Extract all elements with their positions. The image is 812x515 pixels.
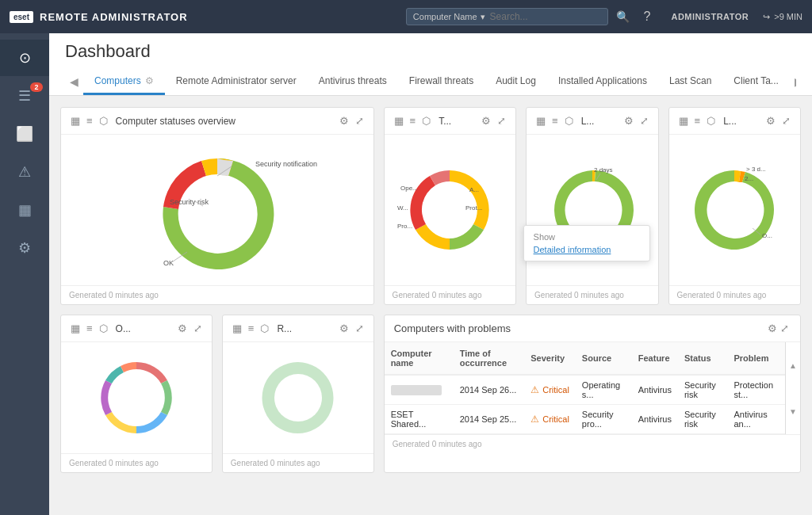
settings-icon-t1[interactable]: ⚙ [480, 114, 492, 128]
tab-remote-admin[interactable]: Remote Administrator server [165, 68, 308, 95]
sidebar-item-alerts[interactable]: ⚠ [0, 154, 49, 190]
widget-body-t3: > 3 d... 2... O... [669, 135, 800, 285]
svg-point-16 [712, 188, 756, 232]
notifications-badge: 2 [30, 82, 43, 92]
search-area: Computer Name ▾ [406, 8, 608, 25]
settings-icon-t3[interactable]: ⚙ [764, 114, 777, 128]
list-icon-t2[interactable]: ≡ [550, 114, 560, 128]
tab-scroll-left[interactable]: ◀ [65, 68, 83, 95]
cell-time: 2014 Sep 25... [454, 405, 524, 434]
data-icon-t2[interactable]: ⬡ [563, 114, 575, 128]
list-icon-b2[interactable]: ≡ [247, 322, 256, 335]
expand-icon-problems[interactable]: ⤢ [779, 322, 791, 335]
svg-text:Security notification: Security notification [255, 160, 317, 168]
sidebar-item-notifications[interactable]: ☰ 2 [0, 78, 49, 114]
col-problem: Problem [728, 342, 786, 375]
search-dropdown[interactable]: Computer Name ▾ [413, 12, 485, 22]
tab-gear-icon[interactable]: ⚙ [145, 75, 154, 86]
user-label: ADMINISTRATOR [665, 12, 755, 21]
tab-antivirus[interactable]: Antivirus threats [308, 68, 398, 95]
expand-icon-b1[interactable]: ⤢ [192, 322, 204, 335]
settings-icon-b1[interactable]: ⚙ [176, 322, 189, 335]
expand-icon-t1[interactable]: ⤢ [496, 114, 508, 128]
col-source: Source [576, 342, 632, 375]
widget-header-statuses: ▦ ≡ ⬡ Computer statuses overview ⚙ ⤢ [61, 108, 373, 135]
settings-icon[interactable]: ⚙ [338, 114, 350, 128]
table-row[interactable]: ESET Shared... 2014 Sep 25... ⚠ Critical [385, 405, 785, 434]
tab-computers[interactable]: Computers ⚙ [83, 68, 165, 95]
scroll-down-button[interactable]: ▼ [786, 388, 800, 434]
tab-installed[interactable]: Installed Applications [547, 68, 658, 95]
severity-badge: ⚠ Critical [530, 384, 569, 395]
expand-icon-t2[interactable]: ⤢ [638, 114, 650, 128]
bar-chart-icon-b2[interactable]: ▦ [231, 322, 243, 335]
data-icon-t1[interactable]: ⬡ [420, 114, 432, 128]
widget-threats2: ▦ ≡ ⬡ L... ⚙ ⤢ [526, 107, 658, 305]
list-icon-b1[interactable]: ≡ [85, 322, 94, 335]
reports-icon: ▦ [18, 201, 32, 219]
tab-lastscan[interactable]: Last Scan [658, 68, 722, 95]
widget-threats3: ▦ ≡ ⬡ L... ⚙ ⤢ [668, 107, 801, 305]
data-icon[interactable]: ⬡ [98, 114, 109, 128]
list-icon[interactable]: ≡ [85, 114, 94, 128]
bar-chart-icon-t3[interactable]: ▦ [677, 114, 690, 128]
tab-firewall[interactable]: Firewall threats [398, 68, 485, 95]
topbar: eset REMOTE ADMINISTRATOR Computer Name … [0, 0, 812, 33]
sidebar-item-dashboard[interactable]: ⊙ [0, 40, 49, 76]
widget-footer-statuses: Generated 0 minutes ago [61, 285, 373, 304]
bar-chart-icon-b1[interactable]: ▦ [69, 322, 82, 335]
list-icon-t1[interactable]: ≡ [408, 114, 418, 128]
widget-header-t2: ▦ ≡ ⬡ L... ⚙ ⤢ [527, 108, 657, 135]
dashboard-icon: ⊙ [19, 49, 31, 67]
cell-feature: Antivirus [632, 375, 678, 405]
sidebar-item-tools[interactable]: ⚙ [0, 230, 49, 266]
tab-scroll-right[interactable]: ▶ [790, 68, 796, 95]
svg-point-21 [116, 377, 157, 418]
col-computer-name: Computer name [385, 342, 454, 375]
cell-computer: ████████ [385, 375, 454, 405]
search-input[interactable] [490, 11, 601, 22]
tab-clienttask[interactable]: Client Ta... [722, 68, 789, 95]
scroll-up-button[interactable]: ▲ [786, 342, 800, 388]
data-icon-b2[interactable]: ⬡ [259, 322, 270, 335]
search-icon[interactable]: 🔍 [616, 10, 630, 23]
sidebar-item-computers[interactable]: ⬜ [0, 116, 49, 152]
table-row[interactable]: ████████ 2014 Sep 26... ⚠ Critical [385, 375, 785, 405]
detailed-info-link[interactable]: Detailed information [534, 245, 640, 254]
sidebar-item-reports[interactable]: ▦ [0, 192, 49, 228]
settings-icon-b2[interactable]: ⚙ [338, 322, 350, 335]
bar-chart-icon[interactable]: ▦ [69, 114, 82, 128]
cell-source: Security pro... [576, 405, 632, 434]
problems-body: Computer name Time of occurrence Severit… [385, 342, 800, 434]
severity-badge: ⚠ Critical [530, 414, 569, 425]
widget-body-b1 [61, 342, 212, 453]
expand-icon[interactable]: ⤢ [354, 114, 366, 128]
tab-audit[interactable]: Audit Log [485, 68, 547, 95]
list-icon-t3[interactable]: ≡ [693, 114, 703, 128]
widget-body-b2 [223, 342, 373, 453]
col-status: Status [678, 342, 728, 375]
expand-icon-b2[interactable]: ⤢ [354, 322, 366, 335]
app-logo: eset REMOTE ADMINISTRATOR [10, 11, 188, 23]
problems-title: Computers with problems [394, 322, 766, 334]
expand-icon-t3[interactable]: ⤢ [780, 114, 792, 128]
data-icon-t3[interactable]: ⬡ [705, 114, 717, 128]
cell-feature: Antivirus [632, 405, 678, 434]
widget-body-t1: Ope... W... Pro... A... Prot... [385, 135, 515, 285]
help-button[interactable]: ? [638, 10, 657, 24]
widget-header-b2: ▦ ≡ ⬡ R... ⚙ ⤢ [223, 315, 373, 342]
widget-header-t1: ▦ ≡ ⬡ T... ⚙ ⤢ [385, 108, 515, 135]
session-info[interactable]: ↪ >9 MIN [763, 12, 802, 22]
data-icon-b1[interactable]: ⬡ [98, 322, 109, 335]
bar-chart-icon-t1[interactable]: ▦ [393, 114, 405, 128]
page-header: Dashboard ◀ Computers ⚙ Remote Administr… [49, 33, 812, 96]
cell-time: 2014 Sep 26... [454, 375, 524, 405]
svg-text:2...: 2... [745, 175, 753, 182]
settings-icon-t2[interactable]: ⚙ [622, 114, 635, 128]
alerts-icon: ⚠ [18, 163, 31, 181]
bar-chart-icon-t2[interactable]: ▦ [534, 114, 547, 128]
widget-footer-b2: Generated 0 minutes ago [223, 453, 373, 472]
settings-icon-problems[interactable]: ⚙ [766, 322, 779, 335]
svg-text:A...: A... [469, 186, 479, 193]
svg-text:Prot...: Prot... [465, 204, 482, 212]
